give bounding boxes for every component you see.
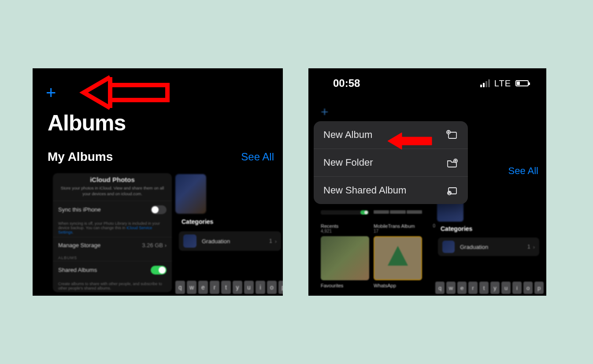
category-thumb — [183, 234, 196, 248]
key-u[interactable]: u — [501, 282, 511, 294]
status-time: 00:58 — [333, 77, 360, 89]
category-name: Graduation — [460, 244, 488, 250]
key-y[interactable]: y — [490, 282, 500, 294]
categories-label: Categories — [182, 218, 213, 225]
key-o[interactable]: o — [523, 282, 533, 294]
mobiletrans-count: 17 — [374, 229, 422, 234]
key-q[interactable]: q — [175, 281, 185, 294]
keyboard-row[interactable]: q w e r t y u i o p — [435, 282, 544, 294]
category-item-graduation[interactable]: Graduation 1 › — [438, 238, 539, 256]
categories-label: Categories — [441, 225, 472, 232]
key-i[interactable]: i — [256, 281, 265, 294]
recents-thumb[interactable] — [321, 236, 369, 280]
key-e[interactable]: e — [198, 281, 208, 294]
status-bar: 00:58 LTE — [308, 74, 546, 92]
sync-label: Sync this iPhone — [58, 206, 101, 213]
network-label: LTE — [494, 78, 511, 89]
category-name: Graduation — [202, 238, 230, 245]
favourites-label: Favourites — [321, 283, 369, 288]
phone-screenshot-right: 00:58 LTE + Recents 4,921 Favourites — [308, 68, 546, 296]
chevron-right-icon: › — [165, 242, 167, 249]
folder-plus-icon — [446, 157, 458, 168]
battery-icon — [515, 80, 529, 86]
page-title: Albums — [48, 110, 126, 136]
add-menu-popover: New Album New Folder New Shared Album — [314, 121, 468, 204]
shared-albums-label: Shared Albums — [58, 267, 97, 273]
shared-albums-row[interactable]: Shared Albums — [53, 261, 172, 279]
manage-storage-row[interactable]: Manage Storage 3.26 GB › — [53, 237, 172, 253]
key-t[interactable]: t — [479, 282, 489, 294]
sync-note: When syncing is off, your Photo Library … — [53, 219, 172, 237]
albums-header-label: ALBUMS — [53, 253, 172, 261]
shared-albums-note: Create albums to share with other people… — [53, 279, 172, 293]
mobiletrans-label: MobileTrans Album — [374, 223, 422, 229]
key-t[interactable]: t — [221, 281, 231, 294]
key-o[interactable]: o — [267, 281, 277, 294]
whatsapp-label: WhatsApp — [374, 283, 422, 288]
sync-toggle[interactable] — [151, 205, 167, 214]
key-r[interactable]: r — [468, 282, 478, 294]
new-folder-label: New Folder — [323, 157, 373, 168]
mobiletrans-thumb[interactable] — [374, 236, 422, 280]
key-w[interactable]: w — [187, 281, 196, 294]
my-albums-title: My Albums — [48, 150, 113, 164]
key-p[interactable]: p — [278, 281, 283, 294]
album-plus-icon — [446, 130, 458, 140]
category-count: 1 — [527, 244, 530, 250]
icloud-photos-desc: Store your photos in iCloud. View and sh… — [53, 183, 172, 201]
recents-label: Recents — [321, 223, 369, 229]
keyboard-row[interactable]: q w e r t y u i o p — [175, 281, 283, 294]
key-w[interactable]: w — [446, 282, 456, 294]
album-thumbnail[interactable] — [175, 174, 206, 214]
phone-screenshot-left: + Albums My Albums See All iCloud Photos… — [33, 68, 283, 296]
icloud-photos-title: iCloud Photos — [53, 173, 172, 183]
new-shared-album-item[interactable]: New Shared Album — [314, 177, 468, 204]
manage-storage-label: Manage Storage — [58, 242, 100, 249]
category-item-graduation[interactable]: Graduation 1 › — [179, 231, 281, 251]
add-button[interactable]: + — [321, 104, 329, 119]
category-count: 1 — [269, 238, 272, 244]
key-e[interactable]: e — [457, 282, 467, 294]
sync-iphone-row[interactable]: Sync this iPhone — [53, 201, 172, 219]
category-thumb — [442, 241, 455, 253]
new-album-item[interactable]: New Album — [314, 121, 468, 149]
shared-album-icon — [446, 185, 458, 196]
recents-count: 4,921 — [321, 229, 369, 234]
signal-icon — [480, 79, 490, 87]
new-album-label: New Album — [323, 129, 372, 141]
key-q[interactable]: q — [435, 282, 445, 294]
key-p[interactable]: p — [534, 282, 544, 294]
see-all-link[interactable]: See All — [241, 151, 274, 163]
section-header: My Albums See All — [48, 150, 274, 164]
key-i[interactable]: i — [512, 282, 522, 294]
see-all-link[interactable]: See All — [508, 165, 539, 177]
shared-toggle-bg — [360, 210, 368, 215]
new-folder-item[interactable]: New Folder — [314, 149, 468, 177]
key-r[interactable]: r — [210, 281, 219, 294]
chevron-right-icon: › — [275, 238, 277, 245]
key-u[interactable]: u — [244, 281, 254, 294]
shared-albums-toggle[interactable] — [151, 266, 167, 275]
annotation-arrow-icon — [57, 73, 172, 112]
icloud-settings-card: iCloud Photos Store your photos in iClou… — [53, 173, 172, 292]
key-y[interactable]: y — [233, 281, 242, 294]
svg-rect-0 — [110, 85, 167, 100]
chevron-right-icon: › — [533, 244, 535, 250]
add-button[interactable]: + — [46, 84, 56, 101]
new-shared-album-label: New Shared Album — [323, 185, 406, 196]
